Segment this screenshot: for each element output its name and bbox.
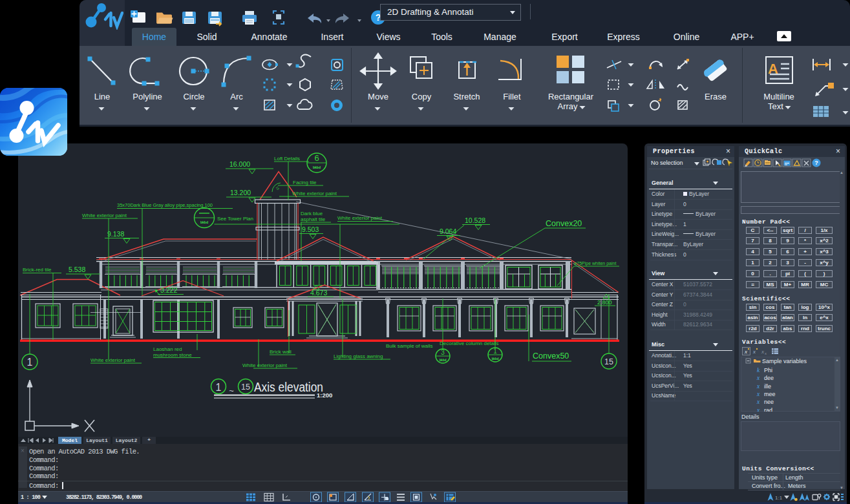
svg-text:ø75Pipe whiten paint: ø75Pipe whiten paint (574, 261, 616, 266)
svg-text:bkbd: bkbd (440, 359, 447, 362)
svg-text:bkbd: bkbd (200, 220, 208, 224)
svg-text:9.064: 9.064 (440, 227, 456, 235)
svg-text:x: x (756, 399, 760, 405)
svg-text:Move: Move (368, 92, 388, 101)
svg-text:15: 15 (604, 357, 613, 366)
svg-text:mushroom stone: mushroom stone (153, 352, 192, 358)
svg-text:1: 1 (27, 357, 33, 368)
svg-text:x: x (756, 391, 760, 397)
svg-text:13.200: 13.200 (230, 189, 251, 196)
svg-text:Bulk sample of walls: Bulk sample of walls (386, 343, 432, 349)
svg-text:Circle: Circle (183, 92, 204, 101)
svg-text:bkbd: bkbd (313, 165, 321, 169)
svg-text:x: x (752, 348, 756, 355)
svg-text:Line: Line (94, 92, 111, 101)
svg-text:?: ? (814, 160, 818, 166)
svg-text:Copy: Copy (412, 92, 432, 101)
svg-text:Rectangular: Rectangular (548, 92, 594, 101)
svg-text:Loft Details: Loft Details (274, 156, 300, 162)
svg-text:White exterior paint: White exterior paint (90, 357, 136, 363)
svg-text:~: ~ (229, 386, 234, 395)
svg-text:15: 15 (275, 185, 281, 191)
svg-text:Lighting glass awning: Lighting glass awning (334, 353, 383, 359)
svg-text:2.800: 2.800 (597, 299, 612, 306)
svg-text:1: 1 (493, 348, 497, 355)
svg-text:5.538: 5.538 (69, 266, 85, 273)
svg-text:White exterior paint: White exterior paint (292, 191, 337, 196)
svg-text:1:200: 1:200 (317, 392, 332, 399)
svg-text:Stretch: Stretch (453, 92, 480, 101)
svg-text:1: 1 (216, 382, 222, 393)
svg-text:1:1: 1:1 (775, 495, 783, 501)
svg-text:4.673: 4.673 (310, 289, 327, 297)
svg-text:16.000: 16.000 (229, 160, 250, 168)
svg-text:9.503: 9.503 (302, 226, 319, 233)
svg-text:asphalt tile: asphalt tile (301, 216, 326, 222)
svg-text:ille: ille (764, 383, 771, 390)
svg-text:Text: Text (768, 101, 783, 111)
svg-text:nee: nee (764, 399, 774, 405)
svg-text:x: x (765, 352, 767, 355)
svg-text:3.222: 3.222 (160, 286, 177, 294)
svg-text:x: x (756, 375, 760, 381)
svg-text:10.528: 10.528 (465, 216, 485, 224)
svg-text:White exterior paint: White exterior paint (242, 362, 288, 368)
svg-text:3: 3 (441, 349, 445, 356)
svg-text:dee: dee (764, 375, 774, 381)
svg-text:Dark blue: Dark blue (301, 211, 323, 216)
svg-text:Brick wall: Brick wall (270, 349, 292, 355)
svg-text:Array: Array (557, 101, 578, 111)
svg-text:Arc: Arc (230, 92, 243, 101)
svg-text:Convex20: Convex20 (546, 219, 582, 228)
svg-text:Phi: Phi (764, 367, 772, 373)
svg-text:Erase: Erase (705, 92, 727, 101)
svg-text:x: x (744, 348, 747, 355)
svg-text:bkbd: bkbd (492, 357, 499, 361)
svg-text:rad: rad (764, 407, 772, 412)
svg-text:Axis elevation: Axis elevation (254, 380, 323, 394)
svg-text:9.138: 9.138 (107, 230, 124, 238)
svg-text:Convex50: Convex50 (533, 352, 569, 361)
svg-text:k: k (757, 367, 760, 373)
svg-text:White exterior paint: White exterior paint (337, 215, 383, 221)
svg-text:Multiline: Multiline (763, 92, 794, 101)
svg-text:Decorative column details: Decorative column details (440, 341, 499, 346)
svg-text:6: 6 (314, 153, 319, 163)
svg-text:x: x (756, 383, 760, 390)
svg-text:x: x (756, 407, 760, 412)
svg-text:See Tower Plan: See Tower Plan (217, 216, 253, 222)
svg-text:White exterior paint: White exterior paint (82, 213, 127, 218)
svg-text:35x70Dark Blue Gray alloy pipe: 35x70Dark Blue Gray alloy pipe,spacing 1… (117, 202, 213, 208)
svg-text:15: 15 (241, 383, 250, 392)
svg-text:x: x (761, 348, 764, 355)
svg-text:Facing tile: Facing tile (293, 180, 317, 185)
svg-text:Brick-red tile: Brick-red tile (23, 267, 52, 273)
svg-text:Sample variables: Sample variables (762, 358, 807, 364)
svg-text:Fillet: Fillet (503, 92, 521, 101)
svg-text:Polyline: Polyline (133, 92, 162, 101)
svg-text:mee: mee (764, 391, 776, 397)
